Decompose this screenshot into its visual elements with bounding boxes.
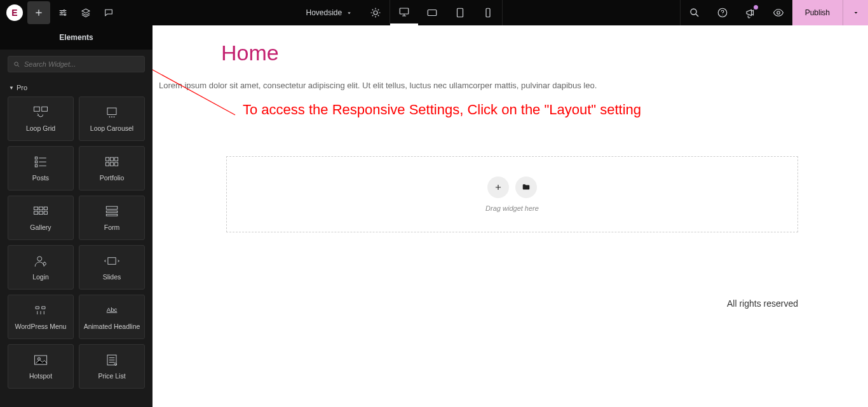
add-element-button[interactable] bbox=[27, 1, 50, 24]
svg-rect-23 bbox=[114, 157, 118, 161]
svg-point-10 bbox=[776, 11, 780, 15]
widget-loop-grid[interactable]: Loop Grid bbox=[8, 97, 74, 141]
widget-gallery[interactable]: Gallery bbox=[8, 196, 74, 240]
add-section-button[interactable] bbox=[487, 177, 509, 198]
preview-button[interactable] bbox=[764, 0, 792, 25]
publish-dropdown[interactable] bbox=[843, 0, 868, 25]
desktop-icon bbox=[398, 6, 410, 18]
chevron-down-icon bbox=[346, 10, 353, 17]
svg-rect-32 bbox=[44, 211, 47, 214]
svg-rect-29 bbox=[44, 207, 47, 210]
widget-portfolio[interactable]: Portfolio bbox=[79, 146, 145, 190]
plus-icon bbox=[34, 8, 44, 18]
headline-icon: Abc bbox=[103, 304, 121, 317]
svg-rect-12 bbox=[34, 107, 40, 111]
svg-text:Abc: Abc bbox=[107, 306, 118, 313]
widget-grid: Loop Grid Loop Carousel Posts Portfolio … bbox=[0, 97, 153, 389]
svg-rect-21 bbox=[105, 157, 109, 161]
posts-icon bbox=[32, 155, 50, 169]
loop-carousel-icon bbox=[103, 105, 121, 119]
svg-point-0 bbox=[64, 10, 65, 11]
svg-rect-30 bbox=[34, 211, 38, 214]
gallery-icon bbox=[32, 204, 50, 218]
mobile-icon bbox=[482, 7, 494, 18]
folder-icon bbox=[522, 183, 531, 192]
svg-rect-19 bbox=[35, 161, 37, 163]
footer-text: All rights reserved bbox=[727, 298, 798, 309]
widget-posts[interactable]: Posts bbox=[8, 146, 74, 190]
help-button[interactable] bbox=[709, 0, 736, 25]
svg-rect-5 bbox=[458, 8, 463, 17]
svg-rect-3 bbox=[400, 8, 409, 14]
search-icon bbox=[689, 7, 700, 18]
portfolio-icon bbox=[103, 155, 121, 169]
widgets-panel: Elements Pro Loop Grid Loop Carousel Pos… bbox=[0, 25, 153, 407]
structure-button[interactable] bbox=[74, 1, 97, 24]
widget-hotspot[interactable]: Hotspot bbox=[8, 344, 74, 389]
elementor-logo[interactable]: E bbox=[6, 4, 23, 21]
tablet-landscape-icon bbox=[426, 7, 438, 18]
svg-rect-28 bbox=[39, 207, 43, 210]
svg-rect-20 bbox=[35, 164, 37, 167]
svg-point-2 bbox=[64, 14, 65, 15]
svg-rect-34 bbox=[106, 211, 118, 213]
svg-rect-27 bbox=[34, 207, 38, 210]
template-library-button[interactable] bbox=[515, 177, 537, 198]
site-settings-button[interactable] bbox=[362, 0, 390, 25]
svg-point-11 bbox=[15, 62, 18, 65]
responsive-tablet-landscape[interactable] bbox=[418, 0, 446, 25]
search-input[interactable] bbox=[24, 60, 139, 68]
svg-point-1 bbox=[61, 12, 62, 13]
widget-form[interactable]: Form bbox=[79, 196, 145, 240]
publish-button[interactable]: Publish bbox=[792, 0, 843, 25]
drop-zone[interactable]: Drag widget here bbox=[226, 156, 798, 232]
svg-rect-38 bbox=[108, 258, 116, 265]
svg-rect-26 bbox=[114, 163, 118, 166]
notifications-button[interactable] bbox=[736, 0, 764, 25]
chevron-down-icon bbox=[852, 9, 860, 17]
widget-wordpress-menu[interactable]: WordPress Menu bbox=[8, 295, 74, 339]
drop-hint: Drag widget here bbox=[485, 204, 539, 212]
topbar-right: Publish bbox=[680, 0, 868, 25]
responsive-tablet[interactable] bbox=[446, 0, 474, 25]
search-icon bbox=[13, 61, 20, 68]
svg-rect-18 bbox=[35, 157, 37, 159]
svg-rect-35 bbox=[106, 214, 118, 216]
page-title: Home bbox=[221, 41, 868, 65]
svg-point-37 bbox=[43, 262, 46, 265]
menu-icon bbox=[32, 304, 50, 317]
page-name: Hovedside bbox=[306, 8, 342, 17]
divider bbox=[502, 0, 503, 25]
dropzone-buttons bbox=[487, 177, 537, 198]
svg-point-17 bbox=[114, 116, 115, 117]
plus-icon bbox=[494, 183, 503, 192]
section-pro[interactable]: Pro bbox=[0, 79, 153, 97]
page-selector[interactable]: Hovedside bbox=[297, 8, 362, 17]
responsive-desktop[interactable] bbox=[390, 0, 418, 25]
svg-point-9 bbox=[722, 15, 722, 15]
widget-search[interactable] bbox=[8, 56, 145, 72]
page-settings-button[interactable] bbox=[51, 1, 74, 24]
widget-loop-carousel[interactable]: Loop Carousel bbox=[79, 97, 145, 141]
widget-animated-headline[interactable]: AbcAnimated Headline bbox=[79, 295, 145, 339]
widget-price-list[interactable]: Price List bbox=[79, 344, 145, 389]
widget-login[interactable]: Login bbox=[8, 245, 74, 290]
svg-rect-6 bbox=[486, 8, 490, 17]
svg-rect-4 bbox=[428, 10, 437, 16]
svg-rect-14 bbox=[107, 108, 116, 115]
editor-canvas[interactable]: Home Lorem ipsum dolor sit amet, consect… bbox=[153, 25, 868, 407]
sliders-icon bbox=[58, 8, 68, 18]
price-list-icon bbox=[103, 353, 121, 367]
layers-icon bbox=[81, 8, 91, 18]
widget-slides[interactable]: Slides bbox=[79, 245, 145, 290]
svg-rect-31 bbox=[39, 211, 43, 214]
topbar-center: Hovedside bbox=[297, 0, 503, 25]
comments-button[interactable] bbox=[97, 1, 120, 24]
responsive-mobile[interactable] bbox=[474, 0, 502, 25]
megaphone-icon bbox=[745, 7, 756, 18]
svg-point-42 bbox=[39, 359, 39, 359]
loop-grid-icon bbox=[32, 105, 50, 119]
annotation-text: To access the Responsive Settings, Click… bbox=[243, 102, 868, 118]
lorem-text: Lorem ipsum dolor sit amet, consectetur … bbox=[159, 81, 868, 90]
finder-button[interactable] bbox=[681, 0, 709, 25]
